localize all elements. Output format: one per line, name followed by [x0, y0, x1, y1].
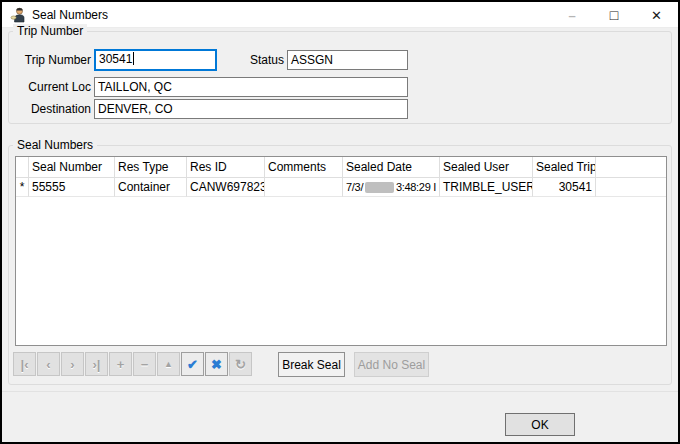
seal-group-title: Seal Numbers — [13, 138, 97, 153]
status-label: Status — [202, 50, 284, 70]
grid-header-row: Seal Number Res Type Res ID Comments Sea… — [16, 157, 666, 178]
cell-res-id[interactable]: CANW697823 — [187, 178, 265, 197]
col-header-res-type[interactable]: Res Type — [115, 157, 187, 178]
current-loc-input[interactable]: TAILLON, QC — [94, 77, 408, 97]
grid-header-indicator — [16, 157, 29, 178]
cell-sealed-user[interactable]: TRIMBLE_USER2 — [440, 178, 533, 197]
add-no-seal-button: Add No Seal — [354, 352, 429, 377]
row-filler — [596, 178, 666, 197]
nav-edit-button[interactable]: ▲ — [157, 352, 180, 376]
window-title: Seal Numbers — [32, 8, 108, 22]
current-loc-label: Current Loc — [9, 77, 91, 97]
col-header-sealed-trip[interactable]: Sealed Trip — [533, 157, 596, 178]
col-header-res-id[interactable]: Res ID — [187, 157, 265, 178]
trip-number-input[interactable]: 30541 — [94, 49, 217, 71]
cell-sealed-date[interactable]: 7/3/3:48:29 I — [343, 178, 440, 197]
trip-number-group: Trip Number Trip Number 30541 Status ASS… — [8, 31, 672, 124]
cell-comments[interactable] — [265, 178, 343, 197]
break-seal-button[interactable]: Break Seal — [278, 352, 345, 377]
ok-button[interactable]: OK — [505, 413, 575, 436]
col-header-sealed-user[interactable]: Sealed User — [440, 157, 533, 178]
sealed-date-prefix: 7/3/ — [346, 181, 363, 193]
cell-res-type[interactable]: Container — [115, 178, 187, 197]
nav-last-button[interactable]: ›| — [85, 352, 108, 376]
cell-seal-number[interactable]: 55555 — [29, 178, 115, 197]
nav-first-button[interactable]: |‹ — [13, 352, 36, 376]
status-input[interactable]: ASSGN — [287, 50, 408, 70]
destination-label: Destination — [9, 99, 91, 119]
seal-numbers-dialog: Seal Numbers – □ ✕ Trip Number Trip Numb… — [0, 0, 680, 444]
sealed-date-time: 3:48:29 I — [396, 181, 436, 193]
trip-number-value: 30541 — [99, 52, 132, 66]
seal-numbers-group: Seal Numbers Seal Number Res Type Res ID… — [8, 145, 672, 385]
grid-header-filler — [596, 157, 666, 178]
minimize-button[interactable]: – — [551, 2, 593, 28]
nav-next-button[interactable]: › — [61, 352, 84, 376]
table-row[interactable]: * 55555 Container CANW697823 7/3/3:48:29… — [16, 178, 666, 197]
text-caret — [133, 52, 134, 65]
col-header-seal-number[interactable]: Seal Number — [29, 157, 115, 178]
maximize-button[interactable]: □ — [593, 2, 635, 28]
nav-cancel-button[interactable]: ✖ — [205, 352, 228, 376]
nav-delete-button[interactable]: − — [133, 352, 156, 376]
close-button[interactable]: ✕ — [635, 2, 678, 28]
col-header-comments[interactable]: Comments — [265, 157, 343, 178]
nav-prior-button[interactable]: ‹ — [37, 352, 60, 376]
trip-group-title: Trip Number — [13, 24, 87, 39]
cell-sealed-trip[interactable]: 30541 — [533, 178, 596, 197]
record-navigator: |‹ ‹ › ›| + − ▲ ✔ ✖ ↻ — [13, 352, 252, 376]
nav-insert-button[interactable]: + — [109, 352, 132, 376]
title-bar: Seal Numbers – □ ✕ — [2, 2, 678, 28]
nav-refresh-button[interactable]: ↻ — [229, 352, 252, 376]
person-icon — [10, 7, 26, 23]
redacted-year-box — [365, 182, 394, 193]
seal-grid[interactable]: Seal Number Res Type Res ID Comments Sea… — [15, 156, 667, 346]
col-header-sealed-date[interactable]: Sealed Date — [343, 157, 440, 178]
nav-post-button[interactable]: ✔ — [181, 352, 204, 376]
destination-input[interactable]: DENVER, CO — [94, 99, 408, 119]
footer-divider — [2, 391, 678, 392]
row-indicator: * — [16, 178, 29, 197]
trip-number-label: Trip Number — [9, 50, 91, 70]
